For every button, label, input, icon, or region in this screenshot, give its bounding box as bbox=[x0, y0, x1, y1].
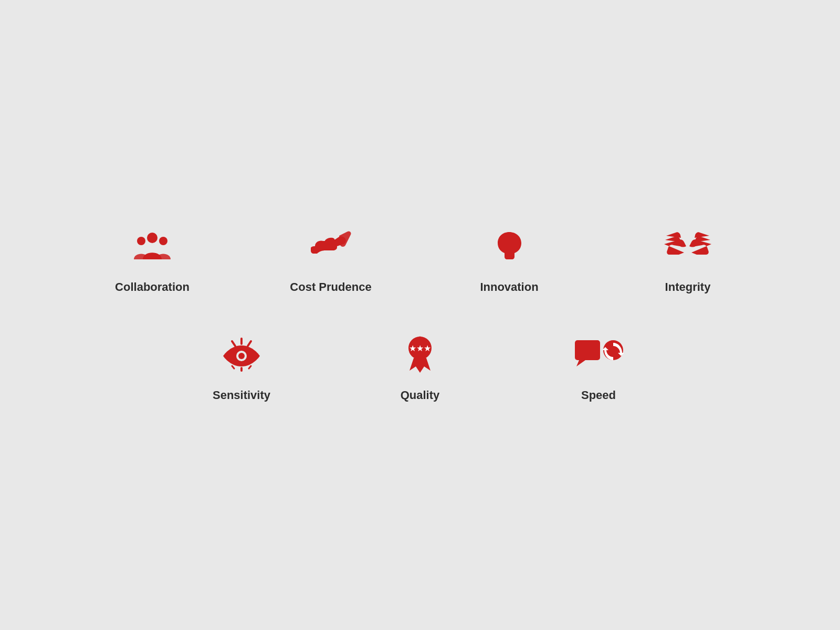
sensitivity-label: Sensitivity bbox=[213, 388, 270, 402]
svg-point-1 bbox=[137, 237, 145, 245]
item-collaboration: Collaboration bbox=[110, 228, 194, 294]
collaboration-icon bbox=[134, 230, 171, 262]
speed-icon-wrapper bbox=[574, 336, 624, 373]
sensitivity-icon-wrapper bbox=[220, 336, 262, 373]
quality-icon-wrapper: ★★★ bbox=[404, 336, 436, 373]
collaboration-label: Collaboration bbox=[115, 280, 190, 294]
speed-label: Speed bbox=[581, 388, 616, 402]
svg-line-5 bbox=[232, 341, 235, 346]
item-innovation: Innovation bbox=[467, 228, 551, 294]
cost-prudence-label: Cost Prudence bbox=[290, 280, 371, 294]
innovation-icon-wrapper bbox=[495, 228, 524, 265]
item-integrity: Integrity bbox=[646, 228, 730, 294]
row-2: Sensitivity ★★★ Quality bbox=[200, 336, 640, 402]
svg-line-10 bbox=[232, 366, 234, 369]
cost-prudence-icon-wrapper bbox=[310, 228, 352, 265]
integrity-icon bbox=[664, 229, 711, 264]
svg-text:★★★: ★★★ bbox=[409, 344, 431, 353]
svg-point-8 bbox=[238, 353, 245, 359]
cost-prudence-icon bbox=[310, 230, 352, 262]
svg-line-11 bbox=[249, 366, 251, 369]
item-sensitivity: Sensitivity bbox=[200, 336, 284, 402]
item-speed: Speed bbox=[556, 336, 640, 402]
row-1: Collaboration Cost Prudence bbox=[110, 228, 730, 294]
item-cost-prudence: Cost Prudence bbox=[289, 228, 373, 294]
svg-line-6 bbox=[248, 341, 251, 346]
item-quality: ★★★ Quality bbox=[378, 336, 462, 402]
quality-label: Quality bbox=[401, 388, 440, 402]
innovation-icon bbox=[495, 229, 524, 264]
integrity-icon-wrapper bbox=[664, 228, 711, 265]
sensitivity-icon bbox=[220, 338, 262, 372]
innovation-label: Innovation bbox=[480, 280, 538, 294]
svg-rect-14 bbox=[575, 340, 600, 360]
collaboration-icon-wrapper bbox=[134, 228, 171, 265]
integrity-label: Integrity bbox=[665, 280, 711, 294]
values-grid: Collaboration Cost Prudence bbox=[110, 228, 730, 402]
quality-icon: ★★★ bbox=[404, 335, 436, 374]
speed-icon bbox=[574, 338, 624, 372]
svg-point-0 bbox=[147, 233, 158, 243]
svg-point-2 bbox=[159, 237, 167, 245]
